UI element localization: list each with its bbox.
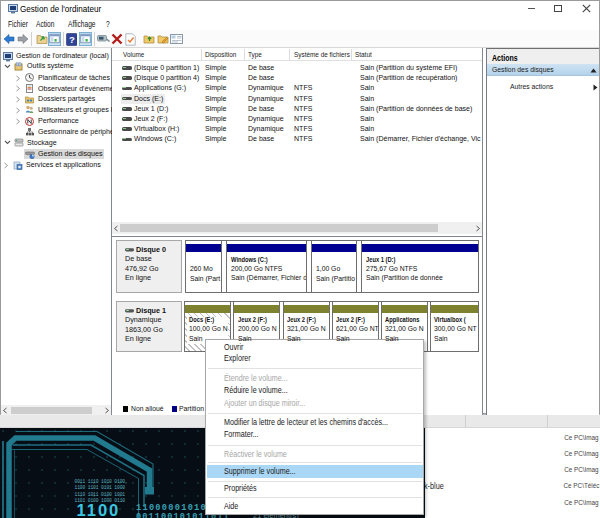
svg-text:0011 1110 1010 0100,: 0011 1110 1010 0100, (75, 478, 128, 483)
svg-text:1110 1011 0100 1001: 1110 1011 0100 1001 (75, 491, 126, 496)
svg-text:?: ? (69, 34, 75, 45)
svg-text:1100 1101 0101 1000: 1100 1101 0101 1000 (75, 485, 126, 490)
svg-text:1100: 1100 (77, 501, 121, 518)
